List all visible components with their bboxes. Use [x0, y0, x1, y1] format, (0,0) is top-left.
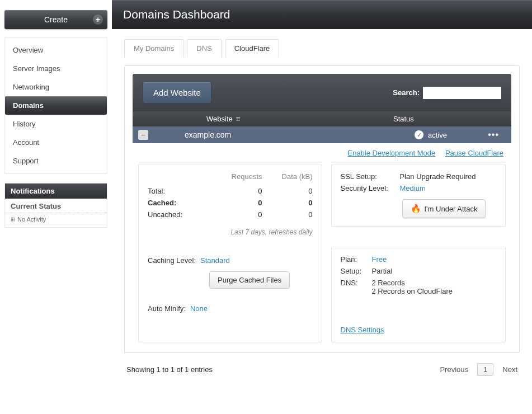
dns-settings-link[interactable]: DNS Settings [341, 326, 384, 334]
col-website[interactable]: Website≡ [143, 115, 304, 123]
more-icon[interactable]: ••• [488, 130, 499, 140]
table-row: − example.com ✓ active ••• [133, 126, 511, 143]
nav-item-overview[interactable]: Overview [5, 41, 107, 59]
search-input[interactable] [423, 87, 501, 99]
stats-row-total: Total: 0 0 [148, 185, 313, 197]
create-button[interactable]: Create + [4, 10, 107, 29]
security-level-value[interactable]: Medium [400, 184, 426, 192]
nav-item-support[interactable]: Support [5, 152, 107, 170]
no-activity-label: No Activity [17, 216, 46, 223]
stats-note: Last 7 days, refreshes daily [148, 228, 313, 236]
check-icon: ✓ [415, 130, 423, 139]
collapse-toggle[interactable]: − [138, 130, 148, 140]
stats-card: Requests Data (kB) Total: 0 0 Cached: 0 … [138, 164, 322, 342]
col-data: Data (kB) [262, 172, 313, 181]
ssl-setup-value: Plan Upgrade Required [400, 172, 476, 181]
enable-dev-mode-link[interactable]: Enable Development Mode [347, 149, 435, 157]
plus-icon: + [93, 15, 103, 25]
plan-label: Plan: [341, 255, 369, 264]
expand-icon[interactable]: ⊞ [11, 217, 15, 222]
action-links: Enable Development Mode Pause CloudFlare [133, 143, 511, 164]
cloudflare-panel: Add Website Search: Website≡ Status − ex… [124, 65, 520, 353]
sort-icon: ≡ [236, 115, 241, 123]
next-button[interactable]: Next [502, 365, 517, 374]
caching-level-value[interactable]: Standard [200, 256, 230, 265]
column-headers: Website≡ Status [133, 111, 511, 126]
showing-text: Showing 1 to 1 of 1 entries [126, 365, 213, 374]
plan-value[interactable]: Free [372, 255, 387, 264]
nav-item-networking[interactable]: Networking [5, 78, 107, 96]
tab-cloudflare[interactable]: CloudFlare [225, 39, 280, 58]
nav-list: Overview Server Images Networking Domain… [4, 37, 107, 174]
tabs: My Domains DNS CloudFlare [124, 39, 520, 58]
add-website-button[interactable]: Add Website [143, 82, 211, 103]
setup-value: Partial [372, 267, 393, 275]
dns-value-line2: 2 Records on CloudFlare [372, 287, 453, 295]
notifications-subhead: Current Status [5, 199, 107, 213]
nav-item-history[interactable]: History [5, 115, 107, 133]
auto-minify-value[interactable]: None [190, 304, 208, 313]
security-card: SSL Setup: Plan Upgrade Required Securit… [331, 164, 506, 227]
under-attack-button[interactable]: 🔥 I'm Under Attack [402, 199, 486, 218]
notifications-row: ⊞ No Activity [5, 213, 107, 227]
notifications-panel: Notifications Current Status ⊞ No Activi… [4, 183, 107, 228]
stats-row-cached: Cached: 0 0 [148, 197, 313, 209]
stats-row-uncached: Uncached: 0 0 [148, 209, 313, 220]
status-text: active [428, 131, 447, 139]
setup-label: Setup: [341, 267, 369, 275]
page-title: Domains Dashboard [112, 0, 532, 29]
page-number[interactable]: 1 [477, 363, 493, 376]
caching-level-label: Caching Level: [148, 256, 196, 265]
flame-icon: 🔥 [411, 204, 421, 214]
pause-cloudflare-link[interactable]: Pause CloudFlare [445, 149, 503, 157]
auto-minify-label: Auto Minify: [148, 304, 186, 313]
purge-cached-files-button[interactable]: Purge Cached Files [209, 271, 290, 289]
previous-button[interactable]: Previous [440, 365, 468, 374]
dns-label: DNS: [341, 279, 369, 295]
tab-my-domains[interactable]: My Domains [124, 39, 183, 58]
ssl-setup-label: SSL Setup: [341, 172, 397, 181]
col-requests: Requests [212, 172, 262, 181]
site-name: example.com [185, 130, 231, 139]
tab-dns[interactable]: DNS [187, 39, 221, 58]
create-label: Create [44, 15, 68, 24]
dns-value-line1: 2 Records [372, 279, 453, 287]
security-level-label: Security Level: [341, 184, 397, 192]
notifications-heading: Notifications [5, 184, 107, 199]
plan-card: Plan: Free Setup: Partial DNS: 2 Records [331, 247, 506, 342]
nav-item-account[interactable]: Account [5, 133, 107, 152]
panel-toolbar: Add Website Search: [133, 74, 511, 111]
nav-item-domains[interactable]: Domains [5, 96, 107, 115]
search-label: Search: [393, 88, 420, 97]
nav-item-server-images[interactable]: Server Images [5, 59, 107, 78]
col-status[interactable]: Status [304, 115, 447, 123]
